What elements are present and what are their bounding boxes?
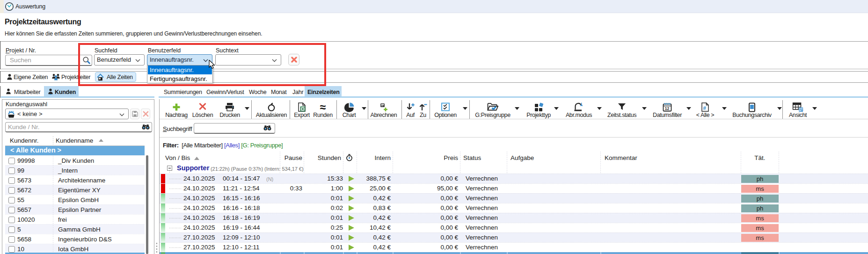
- svg-text:12: 12: [665, 106, 670, 111]
- svg-text:#: #: [703, 105, 707, 111]
